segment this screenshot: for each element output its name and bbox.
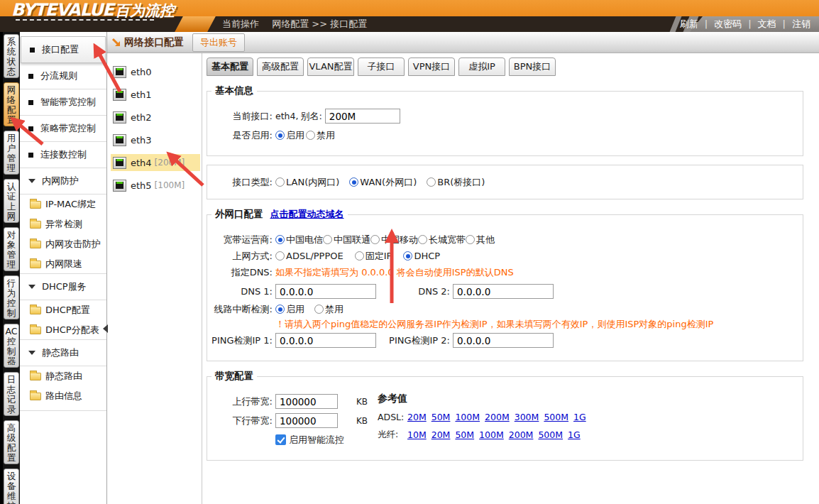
menu-item-label: 内网限速 [45,258,82,270]
upload-unit: KB [356,397,368,407]
ddns-config-link[interactable]: 点击配置动态域名 [270,209,344,219]
bandwidth-reference-link[interactable]: 500M [538,429,563,440]
bandwidth-reference-link[interactable]: 200M [485,412,510,422]
ping2-input[interactable] [453,333,554,348]
menu-item[interactable]: 连接数控制 [20,142,106,168]
panel-title: 网络接口配置 [111,36,184,49]
radio-option[interactable]: 中国移动 [370,234,418,246]
header-link[interactable]: 文档 [742,16,776,32]
radio-option[interactable]: LAN(内网口) [275,176,339,189]
bandwidth-reference-link[interactable]: 100M [479,429,504,440]
vertical-nav-tab[interactable]: 高级配置 [4,420,19,464]
config-tab[interactable]: VPN接口 [408,57,455,76]
radio-option[interactable]: 长城宽带 [418,234,466,246]
menu-item-icon [28,179,35,183]
export-account-button[interactable]: 导出账号 [192,33,245,52]
menu-item[interactable]: DHCP服务 [20,273,106,300]
menu-item[interactable]: 智能带宽控制 [20,89,106,116]
sidebar-collapse-icon[interactable] [99,324,108,333]
vertical-nav-tab[interactable]: 用户管理 [4,131,19,175]
alias-input[interactable] [325,109,400,124]
vertical-nav-tab-label: 系统状态 [7,36,16,77]
radio-option[interactable]: 禁用 [314,303,343,316]
header-link[interactable]: 注销 [776,16,810,32]
menu-list: 接口配置 分流规则 智能带宽控制 策略带宽控制 [20,36,106,406]
vertical-nav-tab[interactable]: 行为控制 [4,275,19,319]
radio-option[interactable]: 中国电信 [275,234,323,246]
smart-qos-checkbox[interactable] [275,434,286,445]
radio-option[interactable]: ADSL/PPPOE [275,251,343,261]
config-tab[interactable]: 基本配置 [207,57,253,76]
header-link[interactable]: 刷新 [680,16,698,32]
bandwidth-section: 带宽配置 上行带宽: KB 下行带宽: [207,370,803,461]
radio-icon [275,235,285,244]
config-tab-label: 高级配置 [262,61,299,72]
menu-item[interactable]: 异常检测 [20,214,106,234]
bandwidth-reference-link[interactable]: 300M [515,412,539,422]
menu-item[interactable]: 内网攻击防护 [20,234,106,254]
config-tab[interactable]: VLAN配置 [307,57,354,76]
bandwidth-reference-link[interactable]: 50M [432,412,451,422]
vertical-nav-tab[interactable]: 系统状态 [4,34,19,78]
config-tab[interactable]: 子接口 [358,57,405,76]
bandwidth-reference-link[interactable]: 500M [544,412,568,422]
dns1-input[interactable] [275,284,376,299]
bandwidth-reference-link[interactable]: 1G [573,412,586,422]
header-link[interactable]: 改密码 [698,16,742,32]
menu-item[interactable]: DHCP配置 [20,300,106,320]
radio-option[interactable]: 固定IP [355,250,392,263]
vertical-nav-tab[interactable]: 对象管理 [4,227,19,271]
menu-item[interactable]: DHCP分配表 [20,320,106,340]
menu-item-label: 策略带宽控制 [40,122,96,135]
download-bandwidth-row: 下行带宽: KB [207,413,378,428]
radio-option[interactable]: 启用 [275,129,304,142]
vertical-nav-tab[interactable]: 日志记录 [4,372,19,416]
ping1-input[interactable] [275,333,376,348]
radio-option[interactable]: 其他 [466,234,495,246]
radio-option[interactable]: DHCP [403,251,440,261]
download-bandwidth-input[interactable] [275,413,338,428]
bandwidth-reference-link[interactable]: 200M [509,429,534,440]
ping2-label: PING检测IP 2: [382,334,450,347]
adsl-label: ADSL: [378,412,407,422]
vertical-nav-tab[interactable]: 网络配置 [4,82,19,126]
bandwidth-reference-link[interactable]: 50M [455,429,474,440]
menu-item[interactable]: 内网防护 [20,168,106,195]
config-tab[interactable]: 虚拟IP [458,57,505,76]
upload-bandwidth-input[interactable] [275,394,338,409]
radio-option[interactable]: 启用 [275,303,304,316]
dns2-input[interactable] [453,284,554,299]
menu-item[interactable]: IP-MAC绑定 [20,195,106,214]
interface-row[interactable]: eth0 [111,63,202,80]
interface-row[interactable]: eth5 [100M] [111,177,202,194]
interface-row[interactable]: eth4 [200M] [111,154,200,171]
radio-option[interactable]: 中国联通 [323,234,370,246]
menu-item[interactable]: 接口配置 [21,36,106,63]
bandwidth-reference-link[interactable]: 10M [407,429,427,440]
bandwidth-reference-link[interactable]: 100M [455,412,480,422]
config-tab[interactable]: 高级配置 [257,57,304,76]
interface-row[interactable]: eth3 [111,131,202,148]
vertical-nav-tab[interactable]: AC控制器 [4,324,19,368]
menu-item[interactable]: 路由信息 [20,386,106,406]
menu-item[interactable]: 内网限速 [20,254,106,274]
radio-option-label: 启用 [286,129,304,142]
bandwidth-reference-link[interactable]: 20M [432,429,451,440]
menu-item-icon [30,327,41,334]
config-tab[interactable]: BPN接口 [509,57,556,76]
vertical-nav-tab[interactable]: 设备维护 [4,469,19,504]
vertical-nav-tab[interactable]: 认证上网 [4,179,19,223]
radio-option[interactable]: 禁用 [306,129,335,142]
menu-item[interactable]: 策略带宽控制 [20,116,106,142]
bandwidth-reference-link[interactable]: 1G [568,429,581,440]
menu-item[interactable]: 静态路由 [20,339,106,366]
bandwidth-reference-link[interactable]: 20M [407,412,427,422]
menu-item[interactable]: 分流规则 [20,63,106,89]
interface-row[interactable]: eth1 [111,86,202,103]
radio-option[interactable]: BR(桥接口) [427,176,485,189]
radio-option[interactable]: WAN(外网口) [349,176,417,189]
ping-note-row: ！请填入两个ping值稳定的公网服务器IP作为检测IP，如果未填写两个有效IP，… [207,317,803,332]
interface-type-section: 接口类型: LAN(内网口) WAN( [207,165,803,199]
menu-item[interactable]: 静态路由 [20,366,106,386]
interface-row[interactable]: eth2 [111,109,202,126]
